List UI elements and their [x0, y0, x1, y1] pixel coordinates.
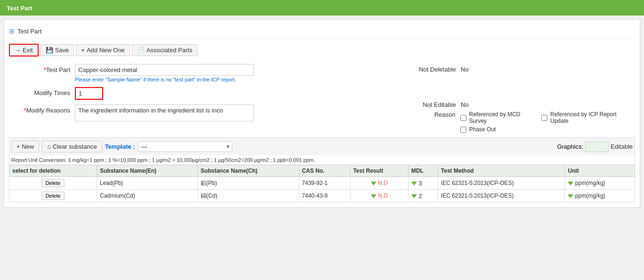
triangle-result-1 — [371, 194, 376, 198]
save-button[interactable]: 💾 Save — [41, 44, 74, 56]
nd-text-1: N.D — [378, 192, 388, 199]
cell-cas-1: 7440-43-9 — [299, 190, 350, 202]
triangle-mdl-0 — [411, 182, 417, 185]
triangle-unit-0 — [568, 182, 573, 185]
cell-name-en-1: Cadmium(Cd) — [97, 190, 198, 202]
exit-icon: → — [15, 47, 21, 54]
triangle-result-0 — [371, 182, 376, 185]
graphics-box — [585, 142, 609, 152]
cell-method-0: IEC 62321-5:2013(ICP-OES) — [438, 177, 565, 190]
mdl-val-1: 2 — [418, 192, 422, 200]
test-part-field-wrapper: Please enter "Sample Name" if there is n… — [75, 64, 254, 82]
associated-icon: 📄 — [137, 47, 145, 54]
required-star: * — [44, 66, 46, 73]
graphics-section: Graphics: Editable — [557, 142, 633, 152]
cell-method-1: IEC 62321-5:2013(ICP-OES) — [438, 190, 565, 202]
col-test-result: Test Result — [350, 165, 408, 177]
checkbox-phase[interactable] — [460, 127, 466, 133]
col-select: select for deletion — [9, 165, 97, 177]
checkbox-mcd-label: Referenced by MCD Survey — [469, 111, 538, 124]
form-area: *Test Part Please enter "Sample Name" if… — [9, 64, 635, 133]
exit-button[interactable]: → Exit — [9, 44, 39, 56]
cell-unit-1: ppm(mg/kg) — [565, 190, 635, 202]
col-unit: Unit — [565, 165, 635, 177]
template-label: Template : — [105, 143, 135, 150]
save-icon: 💾 — [46, 47, 53, 54]
cell-delete-1: Delete — [9, 190, 97, 202]
clear-label: ⌂ Clear substance — [47, 143, 97, 150]
data-table: select for deletion Substance Name(En) S… — [9, 165, 635, 202]
add-icon: + — [81, 47, 85, 54]
cell-result-1: N.D — [350, 190, 408, 202]
table-row: Delete Lead(Pb) 鉛(Pb) 7439-92-1 N.D 3 IE… — [9, 177, 635, 190]
not-editable-row: Not Editable No — [409, 101, 635, 108]
test-part-row: *Test Part Please enter "Sample Name" if… — [9, 64, 399, 82]
cell-unit-0: ppm(mg/kg) — [565, 177, 635, 190]
reason-row: Reason Referenced by MCD Survey Referenc… — [409, 111, 635, 133]
table-header-row: select for deletion Substance Name(En) S… — [9, 165, 635, 177]
test-part-label: *Test Part — [9, 64, 75, 73]
associated-label: Associated Parts — [147, 47, 193, 54]
new-button[interactable]: + New — [11, 141, 39, 152]
exit-label: Exit — [23, 47, 33, 54]
page-header: ⊞ Test Part — [9, 24, 635, 39]
modify-times-input[interactable] — [75, 87, 103, 100]
nd-text-0: N.D — [378, 180, 388, 186]
conversion-note: Report Unit Conversion: 1 mg/kg=1 ppm ; … — [9, 155, 635, 165]
reason-checkboxes: Referenced by MCD Survey Referenced by I… — [460, 111, 635, 133]
cell-mdl-1: 2 — [408, 190, 438, 202]
not-deletable-row: Not Deletable No — [409, 66, 635, 73]
mdl-val-0: 3 — [418, 180, 422, 187]
col-cas: CAS No. — [299, 165, 350, 177]
col-name-en: Substance Name(En) — [97, 165, 198, 177]
checkbox-row-1: Referenced by MCD Survey Referenced by I… — [460, 111, 635, 124]
new-label: + New — [16, 143, 34, 150]
cell-name-ch-0: 鉛(Pb) — [197, 177, 299, 190]
table-row: Delete Cadmium(Cd) 鎘(Cd) 7440-43-9 N.D 2… — [9, 190, 635, 202]
modify-reasons-label: *Modify Reasons — [9, 104, 75, 114]
checkbox-phase-label: Phase Out — [469, 126, 496, 133]
page-header-title: Test Part — [17, 28, 41, 35]
modify-reasons-row: *Modify Reasons The ingredient informati… — [9, 104, 399, 121]
triangle-mdl-1 — [411, 194, 417, 198]
title-bar-text: Test Part — [7, 5, 33, 12]
delete-button-1[interactable]: Delete — [41, 192, 65, 200]
cell-cas-0: 7439-92-1 — [299, 177, 350, 190]
reason-label: Reason — [409, 111, 456, 118]
modify-reasons-textarea[interactable]: The ingredient information in the ingred… — [75, 104, 254, 121]
triangle-unit-1 — [568, 194, 573, 198]
delete-button-0[interactable]: Delete — [41, 179, 65, 187]
col-mdl: MDL — [408, 165, 438, 177]
template-select[interactable]: --- — [138, 141, 232, 152]
clear-substance-button[interactable]: ⌂ Clear substance — [42, 141, 102, 152]
test-part-input[interactable] — [75, 64, 254, 76]
checkbox-icp-label: Referenced by ICP Report Update — [550, 111, 635, 124]
toolbar: → Exit 💾 Save + Add New One 📄 Associated… — [9, 44, 635, 56]
test-part-hint: Please enter "Sample Name" if there is n… — [75, 77, 254, 82]
not-editable-label: Not Editable — [409, 101, 456, 108]
checkbox-mcd[interactable] — [460, 115, 466, 121]
cell-name-ch-1: 鎘(Cd) — [197, 190, 299, 202]
cell-delete-0: Delete — [9, 177, 97, 190]
page-header-icon: ⊞ — [9, 27, 15, 35]
add-label: Add New One — [87, 47, 125, 54]
cell-mdl-0: 3 — [408, 177, 438, 190]
required-star2: * — [24, 107, 26, 114]
form-right: Not Deletable No Not Editable No Reason … — [399, 64, 635, 133]
form-left: *Test Part Please enter "Sample Name" if… — [9, 64, 399, 133]
table-toolbar: + New ⌂ Clear substance Template : --- ▼… — [9, 137, 635, 155]
checkbox-row-2: Phase Out — [460, 126, 635, 133]
add-new-one-button[interactable]: + Add New One — [76, 44, 130, 56]
template-select-wrapper: --- ▼ — [138, 141, 232, 152]
checkbox-icp[interactable] — [541, 115, 547, 121]
not-deletable-label: Not Deletable — [409, 66, 456, 73]
save-label: Save — [55, 47, 69, 54]
cell-result-0: N.D — [350, 177, 408, 190]
main-content: ⊞ Test Part → Exit 💾 Save + Add New One … — [4, 19, 640, 208]
associated-parts-button[interactable]: 📄 Associated Parts — [132, 44, 198, 56]
cell-name-en-0: Lead(Pb) — [97, 177, 198, 190]
modify-times-label: Modify Times — [9, 87, 75, 96]
col-name-ch: Substance Name(Ch) — [197, 165, 299, 177]
not-editable-value: No — [461, 101, 469, 108]
graphics-label: Graphics: — [557, 143, 583, 150]
